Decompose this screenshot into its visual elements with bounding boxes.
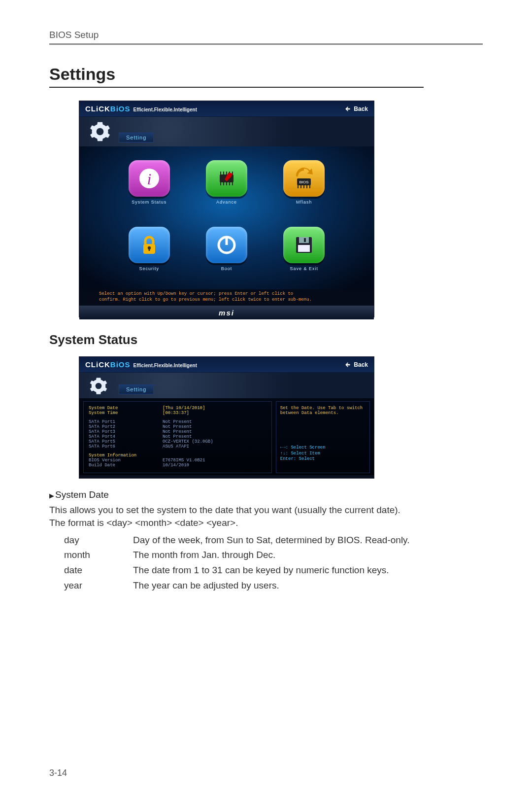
section-heading: System Status	[49, 332, 483, 347]
tile-system-status[interactable]: i System Status	[119, 160, 179, 218]
tile-label: Advance	[216, 200, 237, 205]
definition-row: yearThe year can be adjusted by users.	[64, 579, 473, 592]
status-row: SATA Port2Not Present	[89, 424, 266, 429]
svg-text:i: i	[147, 170, 151, 188]
lock-icon	[129, 227, 170, 263]
chip-wrench-icon	[206, 160, 247, 197]
status-row: Build Date10/14/2010	[89, 463, 266, 468]
tile-label: Boot	[221, 266, 233, 271]
status-row: SATA Port4Not Present	[89, 434, 266, 439]
help-text: Select an option with Up/Down key or cur…	[79, 289, 374, 306]
tagline: Efficient.Flexible.Intelligent	[133, 107, 197, 112]
tile-label: System Status	[132, 200, 166, 205]
tile-security[interactable]: Security	[119, 227, 179, 284]
status-row: System Information	[89, 453, 266, 458]
tile-label: Security	[139, 266, 159, 271]
status-row: SATA Port5OCZ-VERTEX (32.0GB)	[89, 439, 266, 444]
status-row: System Time[00:33:37]	[89, 411, 266, 416]
clickbios-logo: CLiCKBiOS	[85, 360, 131, 369]
status-row: SATA Port1Not Present	[89, 419, 266, 424]
doc-header: BIOS Setup	[49, 30, 483, 40]
tile-boot[interactable]: Boot	[196, 227, 257, 284]
definition-row: dateThe date from 1 to 31 can be keyed b…	[64, 564, 473, 577]
paragraph: This allows you to set the system to the…	[49, 504, 473, 517]
help-panel: Set the Date. Use Tab to switch between …	[276, 401, 370, 473]
page-title: Settings	[49, 65, 424, 88]
tile-save-exit[interactable]: Save & Exit	[274, 227, 334, 284]
power-icon	[206, 227, 247, 263]
bios-system-status-screenshot: CLiCKBiOS Efficient.Flexible.Intelligent…	[79, 356, 374, 479]
status-row: SATA Port3Not Present	[89, 429, 266, 434]
status-list: System Date[Thu 10/14/2010]System Time[0…	[83, 401, 272, 473]
status-row: BIOS VersionE7678IMS V1.0B21	[89, 458, 266, 463]
status-row: SATA Port6ASUS ATAPI	[89, 444, 266, 449]
bios-chip-refresh-icon: BIOS	[283, 160, 325, 197]
floppy-disk-icon	[283, 227, 325, 263]
svg-rect-27	[304, 238, 306, 242]
definition-row: dayDay of the week, from Sun to Sat, det…	[64, 534, 473, 547]
back-button[interactable]: Back	[345, 361, 368, 368]
svg-rect-28	[298, 245, 310, 252]
paragraph: The format is <day> <month> <date> <year…	[49, 517, 473, 530]
tile-label: Save & Exit	[290, 266, 319, 271]
back-arrow-icon	[345, 105, 352, 112]
msi-logo: msi	[79, 306, 374, 319]
back-button[interactable]: Back	[345, 105, 368, 112]
breadcrumb-setting: Setting	[119, 133, 154, 142]
svg-text:BIOS: BIOS	[299, 180, 309, 184]
tagline: Efficient.Flexible.Intelligent	[133, 363, 197, 368]
definition-row: monthThe month from Jan. through Dec.	[64, 549, 473, 562]
gear-icon	[89, 121, 111, 144]
subheading-system-date: ▶System Date	[49, 488, 473, 502]
tile-mflash[interactable]: BIOS Mflash	[274, 160, 334, 218]
breadcrumb-setting: Setting	[119, 384, 154, 394]
gear-icon	[89, 377, 108, 397]
info-icon: i	[129, 160, 170, 197]
bios-settings-screenshot: CLiCKBiOS Efficient.Flexible.Intelligent…	[79, 101, 374, 317]
svg-rect-22	[148, 248, 150, 251]
tile-advance[interactable]: Advance	[196, 160, 257, 218]
clickbios-logo: CLiCKBiOS	[85, 104, 131, 113]
status-row: System Date[Thu 10/14/2010]	[89, 406, 266, 411]
back-arrow-icon	[345, 361, 352, 368]
tile-label: Mflash	[296, 200, 312, 205]
page-number: 3-14	[49, 768, 67, 778]
